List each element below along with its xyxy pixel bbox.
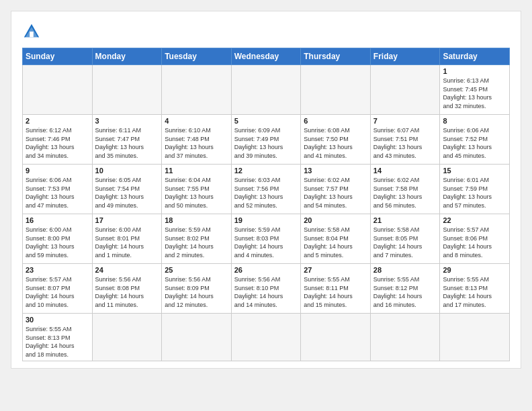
day-cell [92,314,162,361]
week-row-6: 30Sunrise: 5:55 AM Sunset: 8:13 PM Dayli… [23,314,510,361]
day-cell [162,65,232,115]
day-cell [440,314,510,361]
day-number: 15 [443,167,506,175]
week-row-5: 23Sunrise: 5:57 AM Sunset: 8:07 PM Dayli… [23,264,510,314]
day-cell: 22Sunrise: 5:57 AM Sunset: 8:06 PM Dayli… [440,214,510,264]
day-cell: 1Sunrise: 6:13 AM Sunset: 7:45 PM Daylig… [440,65,510,115]
day-info: Sunrise: 6:03 AM Sunset: 7:56 PM Dayligh… [234,176,298,210]
day-cell: 7Sunrise: 6:07 AM Sunset: 7:51 PM Daylig… [370,115,440,165]
header [22,22,510,41]
day-info: Sunrise: 6:00 AM Sunset: 8:00 PM Dayligh… [26,226,89,259]
day-info: Sunrise: 6:10 AM Sunset: 7:48 PM Dayligh… [165,126,228,160]
day-number: 1 [443,67,506,75]
day-cell: 21Sunrise: 5:58 AM Sunset: 8:05 PM Dayli… [370,214,440,264]
day-number: 30 [26,316,89,324]
day-cell: 28Sunrise: 5:55 AM Sunset: 8:12 PM Dayli… [370,264,440,314]
day-cell: 30Sunrise: 5:55 AM Sunset: 8:13 PM Dayli… [23,314,93,361]
day-cell: 18Sunrise: 5:59 AM Sunset: 8:02 PM Dayli… [162,214,232,264]
day-cell: 8Sunrise: 6:06 AM Sunset: 7:52 PM Daylig… [440,115,510,165]
day-info: Sunrise: 5:58 AM Sunset: 8:05 PM Dayligh… [373,226,437,259]
day-info: Sunrise: 5:59 AM Sunset: 8:02 PM Dayligh… [165,226,228,259]
day-cell: 20Sunrise: 5:58 AM Sunset: 8:04 PM Dayli… [301,214,371,264]
day-number: 12 [234,167,298,175]
day-cell: 25Sunrise: 5:56 AM Sunset: 8:09 PM Dayli… [162,264,232,314]
day-cell: 17Sunrise: 6:00 AM Sunset: 8:01 PM Dayli… [92,214,162,264]
day-info: Sunrise: 5:58 AM Sunset: 8:04 PM Dayligh… [304,226,367,259]
day-info: Sunrise: 6:05 AM Sunset: 7:54 PM Dayligh… [95,176,159,210]
day-info: Sunrise: 6:06 AM Sunset: 7:52 PM Dayligh… [443,126,506,160]
day-info: Sunrise: 6:11 AM Sunset: 7:47 PM Dayligh… [95,126,159,160]
day-info: Sunrise: 6:07 AM Sunset: 7:51 PM Dayligh… [373,126,437,160]
day-number: 22 [443,216,506,224]
day-number: 21 [373,216,437,224]
weekday-header-tuesday: Tuesday [162,48,232,65]
day-cell: 12Sunrise: 6:03 AM Sunset: 7:56 PM Dayli… [231,165,301,214]
day-info: Sunrise: 6:04 AM Sunset: 7:55 PM Dayligh… [165,176,228,210]
day-number: 13 [304,167,367,175]
day-cell [162,314,232,361]
day-cell [301,65,371,115]
day-number: 7 [373,117,437,125]
day-info: Sunrise: 5:55 AM Sunset: 8:12 PM Dayligh… [373,275,437,309]
day-number: 5 [234,117,298,125]
day-info: Sunrise: 6:00 AM Sunset: 8:01 PM Dayligh… [95,226,159,259]
weekday-header-wednesday: Wednesday [231,48,301,65]
day-cell: 15Sunrise: 6:01 AM Sunset: 7:59 PM Dayli… [440,165,510,214]
day-cell: 23Sunrise: 5:57 AM Sunset: 8:07 PM Dayli… [23,264,93,314]
day-info: Sunrise: 6:06 AM Sunset: 7:53 PM Dayligh… [26,176,89,210]
day-cell: 9Sunrise: 6:06 AM Sunset: 7:53 PM Daylig… [23,165,93,214]
day-cell [23,65,93,115]
day-number: 4 [165,117,228,125]
day-info: Sunrise: 6:02 AM Sunset: 7:58 PM Dayligh… [373,176,437,210]
day-number: 19 [234,216,298,224]
day-cell: 14Sunrise: 6:02 AM Sunset: 7:58 PM Dayli… [370,165,440,214]
day-number: 2 [26,117,89,125]
day-number: 24 [95,266,159,274]
day-number: 17 [95,216,159,224]
day-number: 23 [26,266,89,274]
calendar-table: SundayMondayTuesdayWednesdayThursdayFrid… [22,48,510,361]
day-info: Sunrise: 5:56 AM Sunset: 8:10 PM Dayligh… [234,275,298,309]
day-cell: 6Sunrise: 6:08 AM Sunset: 7:50 PM Daylig… [301,115,371,165]
calendar-page: SundayMondayTuesdayWednesdayThursdayFrid… [11,11,521,369]
day-cell: 29Sunrise: 5:55 AM Sunset: 8:13 PM Dayli… [440,264,510,314]
day-cell: 5Sunrise: 6:09 AM Sunset: 7:49 PM Daylig… [231,115,301,165]
day-info: Sunrise: 6:01 AM Sunset: 7:59 PM Dayligh… [443,176,506,210]
day-cell: 10Sunrise: 6:05 AM Sunset: 7:54 PM Dayli… [92,165,162,214]
day-info: Sunrise: 6:12 AM Sunset: 7:46 PM Dayligh… [26,126,89,160]
day-number: 8 [443,117,506,125]
day-cell [301,314,371,361]
week-row-4: 16Sunrise: 6:00 AM Sunset: 8:00 PM Dayli… [23,214,510,264]
day-info: Sunrise: 5:59 AM Sunset: 8:03 PM Dayligh… [234,226,298,259]
day-number: 10 [95,167,159,175]
day-cell: 13Sunrise: 6:02 AM Sunset: 7:57 PM Dayli… [301,165,371,214]
day-info: Sunrise: 5:55 AM Sunset: 8:13 PM Dayligh… [26,325,89,359]
day-info: Sunrise: 6:08 AM Sunset: 7:50 PM Dayligh… [304,126,367,160]
day-cell: 16Sunrise: 6:00 AM Sunset: 8:00 PM Dayli… [23,214,93,264]
day-info: Sunrise: 5:55 AM Sunset: 8:13 PM Dayligh… [443,275,506,309]
weekday-header-friday: Friday [370,48,440,65]
day-info: Sunrise: 5:57 AM Sunset: 8:07 PM Dayligh… [26,275,89,309]
day-cell [92,65,162,115]
day-number: 16 [26,216,89,224]
weekday-header-sunday: Sunday [23,48,93,65]
week-row-1: 1Sunrise: 6:13 AM Sunset: 7:45 PM Daylig… [23,65,510,115]
day-cell: 24Sunrise: 5:56 AM Sunset: 8:08 PM Dayli… [92,264,162,314]
weekday-header-monday: Monday [92,48,162,65]
day-info: Sunrise: 6:13 AM Sunset: 7:45 PM Dayligh… [443,77,506,110]
day-number: 29 [443,266,506,274]
week-row-2: 2Sunrise: 6:12 AM Sunset: 7:46 PM Daylig… [23,115,510,165]
day-number: 18 [165,216,228,224]
weekday-header-thursday: Thursday [301,48,371,65]
day-cell [231,314,301,361]
day-cell: 3Sunrise: 6:11 AM Sunset: 7:47 PM Daylig… [92,115,162,165]
day-number: 14 [373,167,437,175]
logo [22,22,44,41]
day-number: 11 [165,167,228,175]
day-cell: 11Sunrise: 6:04 AM Sunset: 7:55 PM Dayli… [162,165,232,214]
day-number: 26 [234,266,298,274]
day-info: Sunrise: 5:56 AM Sunset: 8:09 PM Dayligh… [165,275,228,309]
day-info: Sunrise: 5:55 AM Sunset: 8:11 PM Dayligh… [304,275,367,309]
day-info: Sunrise: 6:02 AM Sunset: 7:57 PM Dayligh… [304,176,367,210]
day-info: Sunrise: 6:09 AM Sunset: 7:49 PM Dayligh… [234,126,298,160]
